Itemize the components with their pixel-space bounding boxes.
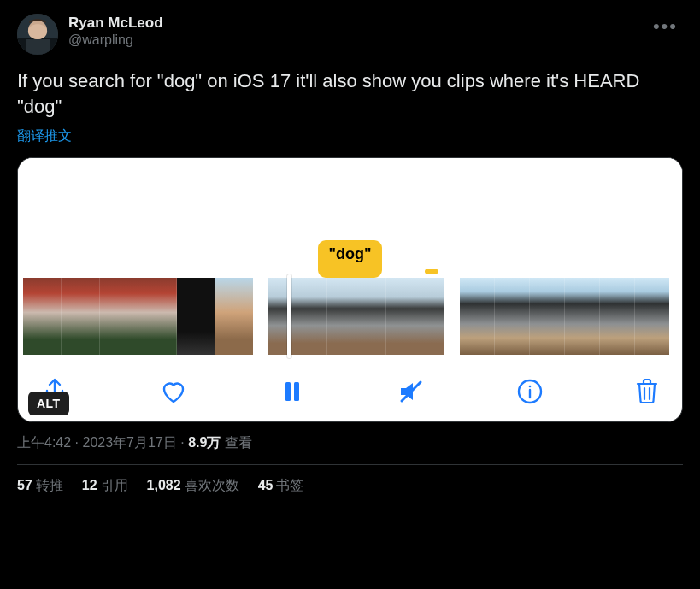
meta-date[interactable]: 2023年7月17日 xyxy=(82,435,176,450)
clip-thumb[interactable] xyxy=(386,278,444,355)
meta-time[interactable]: 上午4:42 xyxy=(17,435,71,450)
clip-thumb[interactable] xyxy=(530,278,565,355)
tweet-text: If you search for "dog" on iOS 17 it'll … xyxy=(17,68,683,119)
clip-thumb[interactable] xyxy=(215,278,253,355)
tweet-meta: 上午4:42 · 2023年7月17日 · 8.9万 查看 xyxy=(17,434,683,452)
media-toolbar xyxy=(18,363,682,422)
user-names: Ryan McLeod @warpling xyxy=(68,14,163,49)
meta-views-count[interactable]: 8.9万 xyxy=(188,435,221,450)
stat-bookmarks[interactable]: 45书签 xyxy=(258,477,304,495)
clip-group-2[interactable] xyxy=(268,278,444,355)
search-term-pill: "dog" xyxy=(318,240,381,278)
media-card[interactable]: "dog" xyxy=(17,157,683,422)
stat-retweets[interactable]: 57转推 xyxy=(17,477,63,495)
svg-rect-3 xyxy=(26,39,50,55)
clip-thumb[interactable] xyxy=(62,278,100,355)
clip-thumb[interactable] xyxy=(177,278,215,355)
clip-thumb[interactable] xyxy=(327,278,386,355)
tweet-container: Ryan McLeod @warpling ••• If you search … xyxy=(0,0,700,505)
more-button[interactable]: ••• xyxy=(648,14,683,39)
clip-group-3[interactable] xyxy=(460,278,669,355)
tweet-stats: 57转推 12引用 1,082喜欢次数 45书签 xyxy=(17,477,683,495)
clip-thumb[interactable] xyxy=(565,278,600,355)
meta-views-label: 查看 xyxy=(221,435,251,450)
media-card-top xyxy=(18,158,682,244)
clip-thumb[interactable] xyxy=(100,278,138,355)
user-handle[interactable]: @warpling xyxy=(68,32,163,49)
video-timeline[interactable] xyxy=(18,278,682,363)
translate-link[interactable]: 翻译推文 xyxy=(17,127,683,145)
clip-thumb[interactable] xyxy=(138,278,177,355)
divider xyxy=(17,464,683,465)
clip-group-1[interactable] xyxy=(23,278,253,355)
tweet-header: Ryan McLeod @warpling ••• xyxy=(17,14,683,55)
scrubber-handle[interactable] xyxy=(287,274,291,358)
stat-likes[interactable]: 1,082喜欢次数 xyxy=(147,477,239,495)
search-pill-row: "dog" xyxy=(18,244,682,278)
playhead-marker xyxy=(425,269,438,274)
stat-quotes[interactable]: 12引用 xyxy=(82,477,128,495)
clip-thumb[interactable] xyxy=(23,278,62,355)
clip-thumb[interactable] xyxy=(460,278,495,355)
display-name[interactable]: Ryan McLeod xyxy=(68,14,163,32)
clip-thumb[interactable] xyxy=(600,278,635,355)
clip-thumb[interactable] xyxy=(495,278,530,355)
avatar-image xyxy=(17,14,58,55)
alt-badge[interactable]: ALT xyxy=(28,396,682,411)
avatar[interactable] xyxy=(17,14,58,55)
clip-thumb[interactable] xyxy=(635,278,669,355)
clip-thumb[interactable] xyxy=(268,278,327,355)
svg-point-8 xyxy=(529,386,532,388)
